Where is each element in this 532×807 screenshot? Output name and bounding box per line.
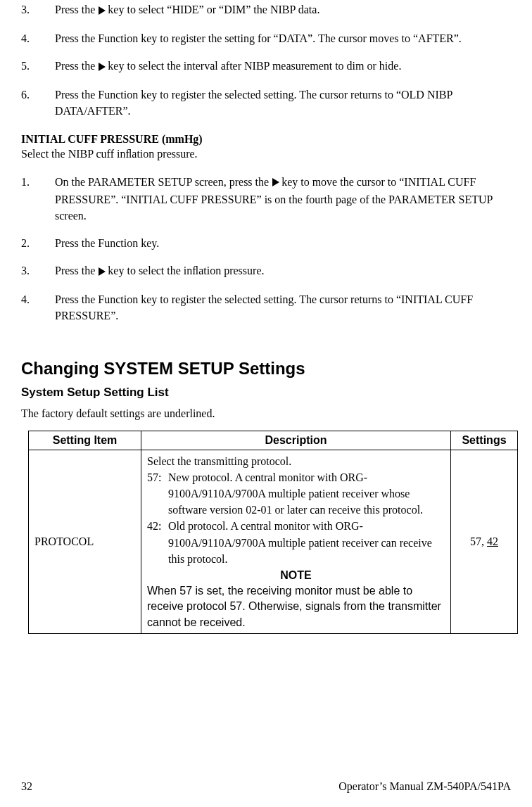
steps-group-b: 1. On the PARAMETER SETUP screen, press … bbox=[21, 174, 511, 324]
step-text: Press the key to select the interval aft… bbox=[55, 58, 511, 75]
settings-table: Setting Item Description Settings PROTOC… bbox=[28, 431, 518, 635]
page-footer: 32 Operator’s Manual ZM-540PA/541PA bbox=[21, 780, 511, 793]
step-number: 4. bbox=[21, 291, 55, 324]
option-text: Old protocol. A central monitor with ORG… bbox=[168, 518, 445, 567]
step-number: 3. bbox=[21, 1, 55, 19]
step-number: 2. bbox=[21, 235, 55, 251]
col-header-desc: Description bbox=[141, 431, 451, 450]
factory-default-note: The factory default settings are underli… bbox=[21, 405, 511, 421]
svg-marker-3 bbox=[99, 267, 106, 276]
cell-settings: 57, 42 bbox=[451, 450, 518, 634]
heading-system-setup: Changing SYSTEM SETUP Settings bbox=[21, 359, 511, 379]
cell-item: PROTOCOL bbox=[29, 450, 141, 634]
step-item: 4. Press the Function key to register th… bbox=[21, 291, 511, 324]
play-icon bbox=[272, 174, 280, 191]
step-item: 3. Press the key to select “HIDE” or “DI… bbox=[21, 1, 511, 19]
step-number: 4. bbox=[21, 30, 55, 46]
step-item: 5. Press the key to select the interval … bbox=[21, 58, 511, 75]
desc-option: 42: Old protocol. A central monitor with… bbox=[147, 518, 445, 567]
manual-title: Operator’s Manual ZM-540PA/541PA bbox=[338, 780, 511, 793]
step-item: 1. On the PARAMETER SETUP screen, press … bbox=[21, 174, 511, 224]
step-text: Press the Function key to register the s… bbox=[55, 87, 511, 119]
step-text: Press the key to select the inﬂation pre… bbox=[55, 262, 511, 280]
option-text: New protocol. A central monitor with ORG… bbox=[168, 469, 445, 519]
default-setting: 42 bbox=[487, 535, 498, 547]
step-text: Press the Function key to register the s… bbox=[55, 30, 511, 46]
heading-setting-list: System Setup Setting List bbox=[21, 386, 511, 400]
svg-marker-2 bbox=[272, 178, 279, 186]
svg-marker-0 bbox=[99, 6, 106, 15]
step-text: On the PARAMETER SETUP screen, press the… bbox=[55, 174, 511, 224]
table-row: PROTOCOL Select the transmitting protoco… bbox=[29, 450, 518, 634]
note-heading: NOTE bbox=[147, 567, 445, 583]
step-item: 6. Press the Function key to register th… bbox=[21, 87, 511, 119]
play-icon bbox=[98, 3, 106, 19]
section-title: INITIAL CUFF PRESSURE (mmHg) bbox=[21, 133, 511, 146]
play-icon bbox=[98, 264, 106, 280]
step-text: Press the key to select “HIDE” or “DIM” … bbox=[55, 1, 511, 19]
step-text: Press the Function key. bbox=[55, 235, 511, 251]
step-number: 3. bbox=[21, 262, 55, 280]
page-number: 32 bbox=[21, 780, 32, 793]
col-header-settings: Settings bbox=[451, 431, 518, 450]
cell-description: Select the transmitting protocol. 57: Ne… bbox=[141, 450, 451, 634]
section-subtitle: Select the NIBP cuff inﬂation pressure. bbox=[21, 146, 511, 162]
step-number: 5. bbox=[21, 58, 55, 75]
step-item: 3. Press the key to select the inﬂation … bbox=[21, 262, 511, 280]
step-text: Press the Function key to register the s… bbox=[55, 291, 511, 324]
step-number: 1. bbox=[21, 174, 55, 224]
table-header-row: Setting Item Description Settings bbox=[29, 431, 518, 450]
play-icon bbox=[98, 59, 106, 75]
desc-option: 57: New protocol. A central monitor with… bbox=[147, 469, 445, 519]
svg-marker-1 bbox=[99, 63, 106, 71]
step-number: 6. bbox=[21, 87, 55, 119]
col-header-item: Setting Item bbox=[29, 431, 141, 450]
desc-intro: Select the transmitting protocol. bbox=[147, 453, 445, 469]
steps-group-a: 3. Press the key to select “HIDE” or “DI… bbox=[21, 1, 511, 119]
step-item: 4. Press the Function key to register th… bbox=[21, 30, 511, 46]
option-key: 57: bbox=[147, 469, 168, 519]
note-body: When 57 is set, the receiving monitor mu… bbox=[147, 583, 445, 630]
page-content: 3. Press the key to select “HIDE” or “DI… bbox=[21, 0, 511, 634]
step-item: 2. Press the Function key. bbox=[21, 235, 511, 251]
option-key: 42: bbox=[147, 518, 168, 567]
